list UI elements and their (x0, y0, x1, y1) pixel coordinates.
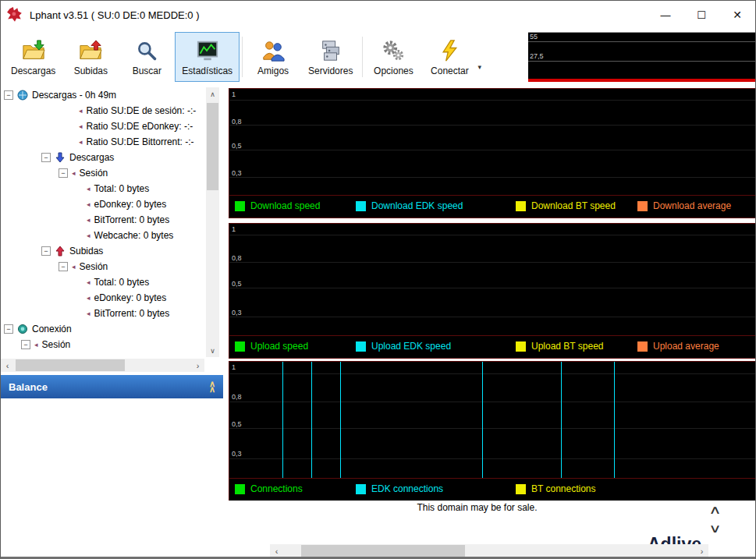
close-button[interactable]: ✕ (719, 1, 755, 29)
scroll-down-icon[interactable]: ∨ (206, 344, 219, 357)
tree-expander-icon[interactable]: − (41, 246, 51, 256)
tree-item-bittorrent-descargas[interactable]: ◂ BitTorrent: 0 bytes (1, 212, 204, 228)
connections-series-line (561, 362, 562, 478)
ad-scroll-up-icon[interactable]: ∧ (708, 503, 721, 517)
mini-graph-gridline (528, 61, 756, 62)
tree-expander-icon[interactable]: − (4, 90, 13, 100)
tree-item-descargas[interactable]: − Descargas (1, 150, 204, 165)
statistics-tree: − Descargas - 0h 49m ◂ Ratio SU:DE de se… (1, 87, 204, 357)
statistics-side-panel: − Descargas - 0h 49m ◂ Ratio SU:DE de se… (1, 85, 223, 557)
legend-swatch (516, 201, 526, 211)
tree-item-bittorrent-subidas[interactable]: ◂ BitTorrent: 0 bytes (1, 306, 204, 321)
balance-section-header[interactable]: Balance ∧ ∧ (1, 375, 223, 398)
y-axis-tick: 0,5 (232, 280, 242, 288)
gridline (229, 317, 756, 317)
gridline (229, 458, 756, 459)
main-toolbar: Descargas Subidas Buscar (1, 29, 528, 85)
tree-item-ratio-edonkey[interactable]: ◂ Ratio SU:DE eDonkey: -:- (1, 119, 204, 134)
legend-label: Upload average (653, 341, 719, 352)
y-axis-tick: 1 (232, 225, 236, 233)
connect-lightning-icon (438, 37, 460, 64)
tree-horizontal-scrollbar[interactable]: ‹ › (1, 359, 204, 372)
tree-expander-icon[interactable]: − (41, 153, 51, 162)
tree-item-label: Ratio SU:DE Bittorrent: -:- (87, 136, 194, 147)
scroll-left-icon[interactable]: ‹ (270, 544, 283, 557)
connect-dropdown-icon[interactable]: ▾ (477, 63, 481, 71)
tree-item-label: Conexión (32, 324, 72, 334)
tree-bullet-icon: ◂ (87, 215, 91, 225)
download-speed-chart: 1 0,8 0,5 0,3 Download speed Download ED… (229, 88, 756, 218)
legend-swatch (235, 484, 245, 494)
legend-label: Download EDK speed (371, 200, 463, 211)
tree-item-sesion-subidas[interactable]: − ◂ Sesión (1, 259, 204, 274)
scroll-up-icon[interactable]: ∧ (206, 87, 219, 101)
toolbar-label: Estadísticas (182, 65, 232, 76)
tree-expander-icon[interactable]: − (21, 340, 30, 349)
servers-icon (319, 37, 343, 64)
tree-item-sesion-descargas[interactable]: − ◂ Sesión (1, 165, 204, 181)
tree-item-edonkey-descargas[interactable]: ◂ eDonkey: 0 bytes (1, 196, 204, 212)
tree-item-subidas[interactable]: − Subidas (1, 243, 204, 259)
toolbar-separator (362, 37, 363, 77)
toolbar-label: Servidores (308, 65, 353, 76)
connections-series-line (614, 362, 615, 478)
ad-text: This domain may be for sale. (229, 502, 726, 513)
tree-expander-icon[interactable]: − (4, 324, 13, 334)
legend-swatch (637, 201, 648, 211)
gridline (229, 235, 756, 235)
toolbar-item-opciones[interactable]: Opciones (365, 32, 421, 82)
title-bar[interactable]: Lphant v3.51 ( SU:0 DE:0 MEDDE:0 ) — ☐ ✕ (1, 1, 755, 29)
minimize-button[interactable]: — (648, 1, 683, 29)
toolbar-item-amigos[interactable]: Amigos (245, 32, 301, 82)
legend-item: Download average (637, 200, 731, 211)
tree-item-total-subidas[interactable]: ◂ Total: 0 bytes (1, 274, 204, 290)
tree-item-label: BitTorrent: 0 bytes (94, 308, 170, 319)
tree-bullet-icon: ◂ (87, 231, 91, 240)
tree-expander-icon[interactable]: − (59, 168, 68, 178)
tree-item-sesion-conexion[interactable]: − ◂ Sesión (1, 337, 204, 352)
tree-expander-icon[interactable]: − (59, 262, 68, 271)
connection-icon (17, 324, 28, 334)
ad-scroll-down-icon[interactable]: ∨ (708, 522, 721, 536)
scroll-right-icon[interactable]: › (695, 544, 708, 557)
tree-item-ratio-bittorrent[interactable]: ◂ Ratio SU:DE Bittorrent: -:- (1, 134, 204, 150)
toolbar-label: Descargas (11, 65, 55, 76)
legend-swatch (516, 484, 526, 494)
maximize-button[interactable]: ☐ (683, 1, 719, 29)
tree-item-total-descargas[interactable]: ◂ Total: 0 bytes (1, 181, 204, 196)
legend-swatch (356, 341, 366, 352)
tree-item-webcache-descargas[interactable]: ◂ Webcache: 0 bytes (1, 228, 204, 243)
gears-icon (382, 37, 405, 64)
tree-item-descargas-root[interactable]: − Descargas - 0h 49m (1, 87, 204, 103)
toolbar-item-conectar[interactable]: Conectar (421, 32, 477, 82)
tree-bullet-icon: ◂ (79, 137, 83, 147)
toolbar-item-estadisticas[interactable]: Estadísticas (175, 32, 240, 82)
ad-horizontal-scrollbar[interactable]: ‹ › (270, 544, 708, 557)
statistics-icon (196, 37, 219, 64)
tree-item-conexion[interactable]: − Conexión (1, 321, 204, 337)
tree-item-edonkey-subidas[interactable]: ◂ eDonkey: 0 bytes (1, 290, 204, 306)
toolbar-item-subidas[interactable]: Subidas (62, 32, 119, 82)
toolbar-item-servidores[interactable]: Servidores (301, 32, 360, 82)
legend-swatch (516, 341, 526, 352)
gridline (229, 402, 756, 402)
ad-horizontal-scrollbar-thumb[interactable] (301, 545, 465, 557)
tree-vertical-scrollbar[interactable]: ∧ ∨ (206, 87, 219, 357)
legend-item: Upload BT speed (516, 341, 604, 352)
legend-item: Upload EDK speed (356, 341, 451, 352)
connections-chart: 1 0,8 0,5 0,3 Connections EDK connection… (229, 361, 756, 501)
tree-item-label: Descargas - 0h 49m (32, 90, 116, 101)
scroll-right-icon[interactable]: › (191, 359, 204, 372)
gridline (229, 288, 756, 288)
mini-graph-tick-top: 55 (530, 33, 538, 41)
gridline (229, 262, 756, 263)
collapse-chevrons-icon[interactable]: ∧ ∧ (209, 381, 215, 392)
tree-item-ratio-sesion[interactable]: ◂ Ratio SU:DE de sesión: -:- (1, 103, 204, 119)
toolbar-item-descargas[interactable]: Descargas (4, 32, 62, 82)
toolbar-item-buscar[interactable]: Buscar (119, 32, 175, 82)
scroll-left-icon[interactable]: ‹ (1, 359, 14, 372)
legend-item: BT connections (516, 483, 596, 494)
tree-horizontal-scrollbar-thumb[interactable] (16, 359, 125, 371)
tree-vertical-scrollbar-thumb[interactable] (207, 103, 218, 190)
legend-label: Upload EDK speed (371, 341, 451, 352)
